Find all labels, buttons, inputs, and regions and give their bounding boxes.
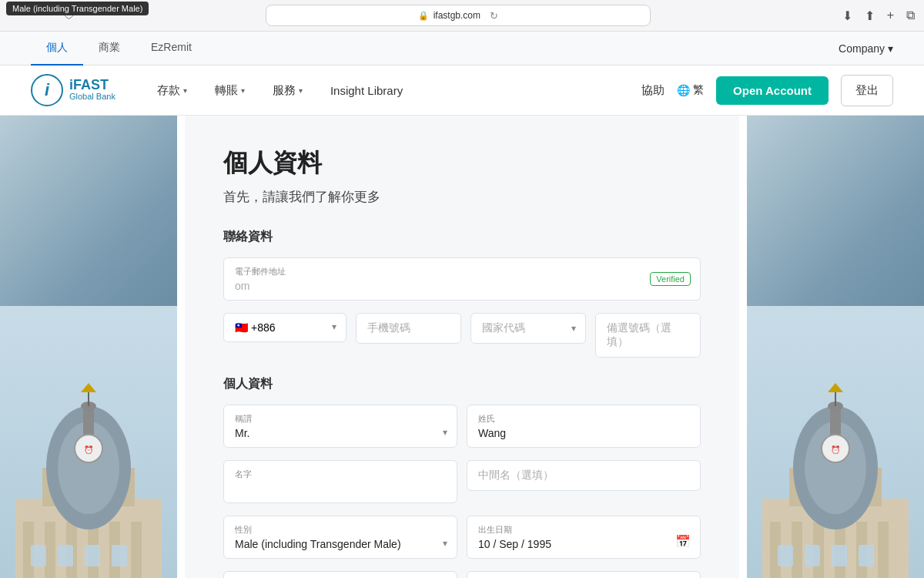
gender-value: Male (including Transgender Male) [235, 538, 446, 550]
title-value: Mr. [235, 427, 446, 439]
share-icon[interactable]: ⬆ [865, 8, 875, 23]
surname-value: Wang [478, 427, 689, 439]
title-surname-row: 稱謂 Mr. ▾ 姓氏 Wang [223, 405, 701, 448]
dob-label: 出生日期 [478, 524, 689, 536]
logo-brand: iFAST [69, 78, 116, 92]
logout-button[interactable]: 登出 [841, 75, 893, 106]
svg-rect-43 [859, 545, 874, 566]
language-selector[interactable]: 🌐 繁 [677, 83, 704, 97]
middle-name-placeholder: 中間名（選填） [478, 469, 689, 482]
page-title: 個人資料 [223, 146, 701, 180]
id-country-type-row: 身份證簽發國家 🇹🇼 Taiwan ▾ 證件類型 Identity Card ▾ [223, 571, 701, 578]
svg-rect-28 [792, 522, 802, 578]
phone-code-field[interactable]: 🇹🇼 +886 ▾ [223, 313, 346, 342]
svg-rect-15 [31, 545, 46, 566]
reload-icon[interactable]: ↻ [490, 10, 498, 22]
email-field[interactable]: 電子郵件地址 om Verified [223, 257, 701, 301]
page-subtitle: 首先，請讓我們了解你更多 [223, 188, 701, 206]
country-code-field[interactable]: 國家代碼 ▾ [470, 313, 586, 344]
phone-number-field[interactable]: 手機號碼 [356, 313, 461, 344]
alt-number-placeholder: 備選號碼（選填） [607, 321, 689, 349]
gender-dob-row: 性別 Male (including Transgender Male) ▾ 出… [223, 516, 701, 559]
browser-tooltip: Male (including Transgender Male) [6, 2, 149, 15]
nav-services[interactable]: 服務 ▾ [262, 77, 313, 104]
svg-rect-32 [878, 522, 889, 578]
tab-personal[interactable]: 個人 [31, 32, 83, 66]
background-image-right: ⏰ [747, 116, 924, 578]
svg-rect-7 [131, 522, 142, 578]
calendar-icon: 📅 [675, 534, 691, 549]
svg-rect-41 [805, 545, 820, 566]
lock-icon: 🔒 [418, 11, 429, 21]
phone-code-value: +886 [251, 321, 276, 334]
svg-rect-40 [778, 545, 793, 566]
background-image-left: ⏰ [0, 116, 177, 578]
title-field[interactable]: 稱謂 Mr. ▾ [223, 405, 457, 448]
logo[interactable]: i iFAST Global Bank [31, 74, 116, 106]
id-country-field[interactable]: 身份證簽發國家 🇹🇼 Taiwan ▾ [223, 571, 457, 578]
form-container: 個人資料 首先，請讓我們了解你更多 聯絡資料 電子郵件地址 om Verifie… [185, 116, 739, 578]
chevron-down-icon: ▾ [571, 323, 576, 334]
main-navigation: i iFAST Global Bank 存款 ▾ 轉賬 ▾ 服務 ▾ Insig… [0, 66, 924, 116]
address-bar[interactable]: 🔒 ifastgb.com ↻ [266, 5, 651, 26]
phone-row: 🇹🇼 +886 ▾ 手機號碼 國家代碼 ▾ [223, 313, 701, 358]
tab-business[interactable]: 商業 [83, 32, 136, 66]
help-link[interactable]: 協助 [641, 83, 665, 98]
personal-section-title: 個人資料 [223, 376, 701, 392]
verified-badge: Verified [650, 272, 691, 286]
chevron-down-icon: ▾ [299, 86, 303, 95]
contact-section-title: 聯絡資料 [223, 229, 701, 245]
svg-rect-3 [45, 522, 55, 578]
svg-rect-42 [832, 545, 847, 566]
country-code-placeholder: 國家代碼 [482, 321, 574, 335]
nav-savings[interactable]: 存款 ▾ [146, 77, 198, 104]
nav-insight-library[interactable]: Insight Library [320, 78, 413, 103]
svg-rect-16 [58, 545, 73, 566]
gender-label: 性別 [235, 524, 446, 536]
nav-links: 存款 ▾ 轉賬 ▾ 服務 ▾ Insight Library [146, 77, 641, 104]
chevron-down-icon: ▾ [183, 86, 187, 95]
nav-actions: 協助 🌐 繁 Open Account 登出 [641, 75, 893, 106]
url-text: ifastgb.com [434, 10, 480, 21]
dob-value: 10 / Sep / 1995 [478, 538, 689, 550]
gender-field[interactable]: 性別 Male (including Transgender Male) ▾ [223, 516, 457, 559]
id-type-field[interactable]: 證件類型 Identity Card ▾ [467, 571, 701, 578]
svg-text:⏰: ⏰ [84, 445, 94, 455]
dob-field[interactable]: 出生日期 10 / Sep / 1995 📅 [467, 516, 701, 559]
given-name-value [235, 482, 446, 495]
phone-placeholder: 手機號碼 [367, 321, 450, 335]
title-label: 稱謂 [235, 413, 446, 425]
surname-label: 姓氏 [478, 413, 689, 425]
add-tab-icon[interactable]: + [887, 8, 894, 23]
name-row: 名字 中間名（選填） [223, 460, 701, 503]
download-icon[interactable]: ⬇ [842, 8, 852, 23]
top-navigation: 個人 商業 EzRemit Company ▾ [0, 32, 924, 66]
svg-rect-18 [112, 545, 127, 566]
chevron-down-icon: ▾ [332, 321, 336, 332]
extensions-icon[interactable]: ⧉ [906, 8, 915, 23]
middle-name-field[interactable]: 中間名（選填） [467, 460, 701, 491]
chevron-down-icon: ▾ [241, 86, 245, 95]
company-selector[interactable]: Company ▾ [839, 42, 893, 55]
chevron-down-icon: ▾ [888, 42, 893, 55]
surname-field[interactable]: 姓氏 Wang [467, 405, 701, 448]
svg-text:⏰: ⏰ [831, 445, 841, 455]
email-value: om [235, 280, 689, 292]
given-name-field[interactable]: 名字 [223, 460, 457, 503]
nav-transfer[interactable]: 轉賬 ▾ [204, 77, 256, 104]
svg-rect-17 [85, 545, 100, 566]
alt-number-field[interactable]: 備選號碼（選填） [595, 313, 701, 358]
chevron-down-icon: ▾ [443, 538, 447, 549]
taiwan-flag-icon: 🇹🇼 [235, 321, 248, 334]
globe-icon: 🌐 [677, 84, 690, 96]
tab-ezremit[interactable]: EzRemit [136, 32, 207, 66]
logo-sub: Global Bank [69, 92, 116, 102]
chevron-down-icon: ▾ [443, 427, 447, 438]
logo-icon: i [31, 74, 63, 106]
email-label: 電子郵件地址 [235, 266, 689, 277]
open-account-button[interactable]: Open Account [716, 76, 829, 105]
given-name-label: 名字 [235, 469, 446, 480]
